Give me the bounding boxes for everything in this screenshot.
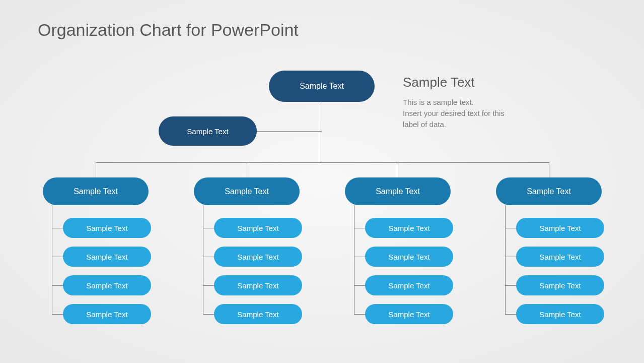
connector bbox=[52, 314, 63, 315]
connector bbox=[96, 162, 96, 177]
connector bbox=[247, 162, 247, 177]
connector bbox=[52, 205, 52, 315]
connector bbox=[505, 285, 516, 286]
connector bbox=[203, 205, 203, 315]
org-leaf: Sample Text bbox=[365, 218, 453, 238]
org-leaf: Sample Text bbox=[214, 275, 302, 295]
org-leaf: Sample Text bbox=[516, 218, 604, 238]
org-leaf: Sample Text bbox=[365, 275, 453, 295]
org-leaf: Sample Text bbox=[63, 304, 151, 324]
org-branch-head: Sample Text bbox=[194, 177, 300, 205]
org-leaf: Sample Text bbox=[365, 304, 453, 324]
connector bbox=[203, 314, 214, 315]
connector bbox=[354, 228, 365, 228]
description-heading: Sample Text bbox=[403, 75, 475, 90]
org-leaf: Sample Text bbox=[516, 247, 604, 267]
connector bbox=[505, 205, 506, 315]
org-branch-head: Sample Text bbox=[43, 177, 149, 205]
connector bbox=[203, 257, 214, 257]
connector bbox=[354, 314, 365, 315]
org-chart-canvas: Sample Text Sample Text Sample Text Samp… bbox=[0, 0, 644, 363]
connector bbox=[96, 162, 549, 163]
org-leaf: Sample Text bbox=[63, 247, 151, 267]
org-leaf: Sample Text bbox=[214, 247, 302, 267]
org-branch-head: Sample Text bbox=[496, 177, 602, 205]
connector bbox=[354, 257, 365, 257]
org-leaf: Sample Text bbox=[516, 275, 604, 295]
org-leaf: Sample Text bbox=[63, 218, 151, 238]
org-assistant-node: Sample Text bbox=[159, 116, 257, 146]
org-leaf: Sample Text bbox=[214, 304, 302, 324]
connector bbox=[257, 131, 322, 132]
connector bbox=[549, 162, 549, 177]
connector bbox=[505, 314, 516, 315]
connector bbox=[505, 228, 516, 228]
connector bbox=[505, 257, 516, 257]
org-root-node: Sample Text bbox=[269, 71, 375, 102]
connector bbox=[203, 285, 214, 286]
connector bbox=[52, 257, 63, 257]
org-leaf: Sample Text bbox=[365, 247, 453, 267]
connector bbox=[52, 285, 63, 286]
org-leaf: Sample Text bbox=[214, 218, 302, 238]
connector bbox=[52, 228, 63, 228]
description-body: This is a sample text. Insert your desir… bbox=[403, 97, 505, 130]
connector bbox=[354, 285, 365, 286]
connector bbox=[354, 205, 354, 315]
org-branch-head: Sample Text bbox=[345, 177, 451, 205]
org-leaf: Sample Text bbox=[63, 275, 151, 295]
connector bbox=[203, 228, 214, 228]
connector bbox=[398, 162, 398, 177]
org-leaf: Sample Text bbox=[516, 304, 604, 324]
connector bbox=[322, 102, 322, 162]
